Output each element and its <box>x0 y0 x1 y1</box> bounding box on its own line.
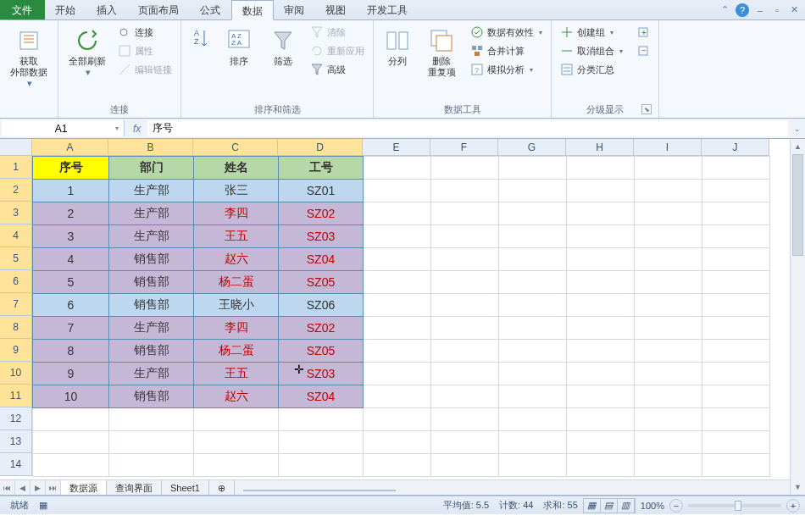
zoom-slider[interactable] <box>688 504 781 507</box>
data-cell[interactable]: 销售部 <box>109 385 194 408</box>
cells-area[interactable]: 序号部门姓名工号1生产部张三SZ012生产部李四SZ023生产部王五SZ034销… <box>32 156 790 479</box>
sort-button[interactable]: A ZZ A 排序 <box>219 24 259 69</box>
view-mode-buttons[interactable]: ▦ ▤ ▥ <box>583 498 636 513</box>
help-icon[interactable]: ? <box>736 3 749 17</box>
hscroll-thumb[interactable] <box>243 490 396 491</box>
data-cell[interactable]: 王晓小 <box>194 294 279 317</box>
sheet-first-icon[interactable]: ⏮ <box>0 480 15 496</box>
scroll-down-icon[interactable]: ▼ <box>791 479 805 495</box>
sheet-last-icon[interactable]: ⏭ <box>46 480 61 496</box>
window-close-icon[interactable]: ✕ <box>788 4 800 16</box>
row-header-10[interactable]: 10 <box>0 362 32 385</box>
zoom-out-button[interactable]: − <box>669 499 683 513</box>
data-cell[interactable]: 销售部 <box>109 294 194 317</box>
row-header-11[interactable]: 11 <box>0 385 32 407</box>
data-cell[interactable]: SZ02 <box>279 202 364 225</box>
tab-审阅[interactable]: 审阅 <box>274 0 315 19</box>
hide-detail-button[interactable]: − <box>633 42 653 59</box>
row-header-13[interactable]: 13 <box>0 430 32 453</box>
tab-插入[interactable]: 插入 <box>86 0 128 19</box>
name-box-dropdown-icon[interactable]: ▾ <box>115 125 119 132</box>
sheet-next-icon[interactable]: ▶ <box>31 480 46 496</box>
data-cell[interactable]: 7 <box>33 317 109 340</box>
row-header-7[interactable]: 7 <box>0 293 32 316</box>
scroll-thumb[interactable] <box>792 154 803 256</box>
col-header-J[interactable]: J <box>702 139 769 156</box>
data-cell[interactable]: 4 <box>33 248 109 271</box>
window-minimize-icon[interactable]: – <box>754 4 766 16</box>
page-break-view-icon[interactable]: ▥ <box>618 499 635 513</box>
data-cell[interactable]: 生产部 <box>109 180 194 202</box>
data-cell[interactable]: 杨二蛋 <box>194 271 279 294</box>
zoom-knob[interactable] <box>735 501 741 511</box>
data-cell[interactable]: SZ04 <box>279 385 364 408</box>
col-header-C[interactable]: C <box>193 139 278 156</box>
col-header-D[interactable]: D <box>278 139 363 156</box>
data-cell[interactable]: 王五 <box>194 225 279 248</box>
ungroup-button[interactable]: 取消组合▾ <box>557 42 626 59</box>
vertical-scrollbar[interactable]: ▲ ▼ <box>790 139 805 495</box>
data-cell[interactable]: 生产部 <box>109 202 194 225</box>
header-cell[interactable]: 姓名 <box>194 157 279 180</box>
data-cell[interactable]: SZ06 <box>279 294 364 317</box>
data-cell[interactable]: 6 <box>33 294 109 317</box>
tab-视图[interactable]: 视图 <box>315 0 357 19</box>
scroll-up-icon[interactable]: ▲ <box>791 139 805 154</box>
formula-input-area[interactable] <box>147 120 788 136</box>
row-header-14[interactable]: 14 <box>0 453 32 476</box>
sort-asc-button[interactable]: AZ <box>186 24 215 54</box>
data-cell[interactable]: SZ02 <box>279 317 364 340</box>
data-cell[interactable]: 9 <box>33 363 109 385</box>
subtotal-button[interactable]: 分类汇总 <box>557 61 626 78</box>
data-cell[interactable]: SZ03 <box>279 225 364 248</box>
remove-duplicates-button[interactable]: 删除重复项 <box>419 24 464 80</box>
row-header-9[interactable]: 9 <box>0 339 32 362</box>
data-cell[interactable]: SZ05 <box>279 340 364 363</box>
data-validation-button[interactable]: 数据有效性▾ <box>467 24 546 41</box>
row-header-2[interactable]: 2 <box>0 179 32 202</box>
data-cell[interactable]: 张三 <box>194 180 279 202</box>
sheet-tab-Sheet1[interactable]: Sheet1 <box>162 480 209 496</box>
data-cell[interactable]: 李四 <box>194 202 279 225</box>
data-cell[interactable]: 5 <box>33 271 109 294</box>
refresh-all-button[interactable]: 全部刷新▾ <box>64 24 111 80</box>
name-box-input[interactable] <box>7 123 115 135</box>
data-cell[interactable]: 生产部 <box>109 317 194 340</box>
data-cell[interactable]: SZ03 <box>279 363 364 385</box>
col-header-I[interactable]: I <box>634 139 702 156</box>
tab-页面布局[interactable]: 页面布局 <box>128 0 190 19</box>
formula-expand-icon[interactable]: ⌄ <box>790 119 805 138</box>
normal-view-icon[interactable]: ▦ <box>584 499 601 513</box>
tab-公式[interactable]: 公式 <box>190 0 231 19</box>
col-header-A[interactable]: A <box>32 139 108 156</box>
header-cell[interactable]: 部门 <box>109 157 194 180</box>
page-layout-view-icon[interactable]: ▤ <box>601 499 618 513</box>
data-cell[interactable]: 王五 <box>194 363 279 385</box>
data-cell[interactable]: 2 <box>33 202 109 225</box>
data-cell[interactable]: 8 <box>33 340 109 363</box>
fx-icon[interactable]: fx <box>133 123 141 135</box>
consolidate-button[interactable]: 合并计算 <box>467 42 546 59</box>
col-header-B[interactable]: B <box>108 139 193 156</box>
get-external-data-button[interactable]: 获取外部数据▾ <box>5 24 53 91</box>
filter-button[interactable]: 筛选 <box>263 24 303 69</box>
data-cell[interactable]: 杨二蛋 <box>194 340 279 363</box>
connections-button[interactable]: 连接 <box>114 24 175 41</box>
data-cell[interactable]: 1 <box>33 180 109 202</box>
new-sheet-icon[interactable]: ⊕ <box>209 480 235 496</box>
col-header-F[interactable]: F <box>430 139 498 156</box>
data-cell[interactable]: SZ05 <box>279 271 364 294</box>
formula-input[interactable] <box>153 123 783 135</box>
data-cell[interactable]: 生产部 <box>109 363 194 385</box>
data-cell[interactable]: SZ01 <box>279 180 364 202</box>
advanced-filter-button[interactable]: 高级 <box>307 61 368 78</box>
data-cell[interactable]: 3 <box>33 225 109 248</box>
tab-开发工具[interactable]: 开发工具 <box>357 0 419 19</box>
row-header-5[interactable]: 5 <box>0 247 32 270</box>
ribbon-minimize-icon[interactable]: ⌃ <box>719 4 730 16</box>
data-cell[interactable]: 李四 <box>194 317 279 340</box>
tab-数据[interactable]: 数据 <box>231 0 274 20</box>
row-header-4[interactable]: 4 <box>0 224 32 247</box>
data-cell[interactable]: 销售部 <box>109 340 194 363</box>
name-box[interactable]: ▾ <box>2 120 125 136</box>
